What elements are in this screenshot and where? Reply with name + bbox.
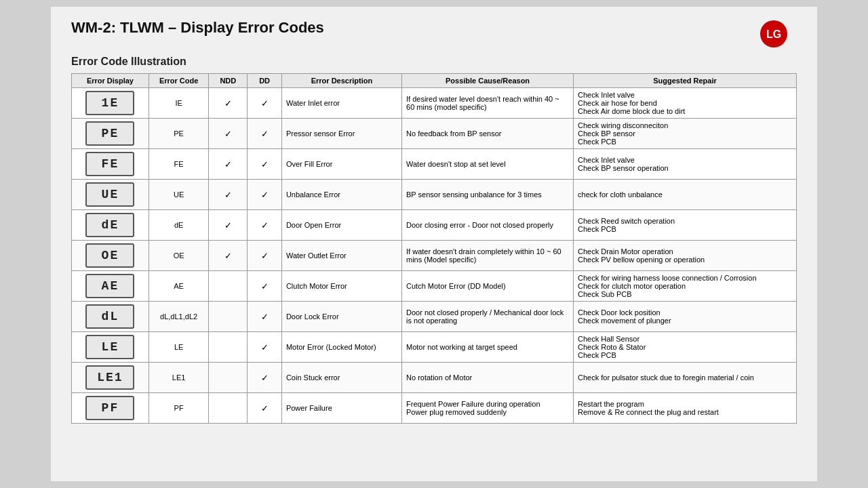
error-display-box: dE <box>85 213 134 237</box>
cell-cause: If water doesn't drain completely within… <box>402 241 574 271</box>
cell-code: PF <box>149 393 209 424</box>
col-header-dd: DD <box>248 74 282 88</box>
cell-description: Power Failure <box>281 393 401 424</box>
cell-dd: ✓ <box>248 149 282 180</box>
cell-ndd: ✓ <box>209 241 248 271</box>
cell-dd: ✓ <box>248 88 282 119</box>
cell-ndd <box>209 363 248 393</box>
table-row: PEPE✓✓Pressor sensor ErrorNo feedback fr… <box>72 119 797 149</box>
cell-repair: Check Inlet valve Check air hose for ben… <box>574 88 797 119</box>
cell-description: Door Open Error <box>281 210 401 241</box>
col-header-repair: Suggested Repair <box>574 74 797 88</box>
cell-code: LE <box>149 332 209 363</box>
cell-code: dE <box>149 210 209 241</box>
cell-description: Pressor sensor Error <box>281 119 401 149</box>
main-page: WM-2: TLWM – Display Error Codes LG Life… <box>51 7 817 481</box>
cell-ndd: ✓ <box>209 119 248 149</box>
cell-display: FE <box>72 149 149 180</box>
cell-display: 1E <box>72 88 149 119</box>
cell-cause: If desired water level doesn't reach wit… <box>402 88 574 119</box>
cell-repair: Check for wiring harness loose connectio… <box>574 271 797 302</box>
cell-display: LE <box>72 332 149 363</box>
cell-cause: No feedback from BP sensor <box>402 119 574 149</box>
cell-display: AE <box>72 271 149 302</box>
table-row: AEAE✓Clutch Motor ErrorCutch Motor Error… <box>72 271 797 302</box>
error-display-box: AE <box>85 274 134 298</box>
cell-description: Over Fill Error <box>281 149 401 180</box>
section-subtitle: Error Code Illustration <box>71 56 797 68</box>
table-row: PFPF✓Power FailureFrequent Power Failure… <box>72 393 797 424</box>
error-display-box: PE <box>85 121 134 146</box>
cell-repair: Check Hall Sensor Check Roto & Stator Ch… <box>574 332 797 363</box>
cell-code: LE1 <box>149 363 209 393</box>
table-row: dEdE✓✓Door Open ErrorDoor closing error … <box>72 210 797 241</box>
col-header-code: Error Code <box>149 74 209 88</box>
cell-code: IE <box>149 88 209 119</box>
col-header-ndd: NDD <box>209 74 248 88</box>
cell-dd: ✓ <box>248 119 282 149</box>
table-row: dLdL,dL1,dL2✓Door Lock ErrorDoor not clo… <box>72 302 797 332</box>
cell-cause: Cutch Motor Error (DD Model) <box>402 271 574 302</box>
cell-display: LE1 <box>72 363 149 393</box>
col-header-display: Error Display <box>72 74 149 88</box>
cell-dd: ✓ <box>248 363 282 393</box>
cell-code: AE <box>149 271 209 302</box>
cell-description: Water Inlet error <box>281 88 401 119</box>
cell-dd: ✓ <box>248 271 282 302</box>
cell-dd: ✓ <box>248 332 282 363</box>
cell-display: UE <box>72 180 149 210</box>
col-header-desc: Error Description <box>281 74 401 88</box>
col-header-cause: Possible Cause/Reason <box>402 74 574 88</box>
cell-repair: Check Inlet valve Check BP sensor operat… <box>574 149 797 180</box>
cell-ndd: ✓ <box>209 88 248 119</box>
cell-description: Motor Error (Locked Motor) <box>281 332 401 363</box>
cell-ndd: ✓ <box>209 149 248 180</box>
cell-repair: check for cloth unbalance <box>574 180 797 210</box>
cell-ndd <box>209 332 248 363</box>
cell-ndd <box>209 271 248 302</box>
cell-description: Water Outlet Error <box>281 241 401 271</box>
cell-dd: ✓ <box>248 241 282 271</box>
error-codes-table: Error Display Error Code NDD DD Error De… <box>71 73 797 424</box>
error-display-box: FE <box>85 152 134 176</box>
cell-display: PF <box>72 393 149 424</box>
cell-dd: ✓ <box>248 393 282 424</box>
cell-ndd <box>209 302 248 332</box>
cell-description: Unbalance Error <box>281 180 401 210</box>
page-title: WM-2: TLWM – Display Error Codes <box>71 19 324 37</box>
table-row: FEFE✓✓Over Fill ErrorWater doesn't stop … <box>72 149 797 180</box>
cell-description: Clutch Motor Error <box>281 271 401 302</box>
table-row: 1EIE✓✓Water Inlet errorIf desired water … <box>72 88 797 119</box>
cell-repair: Check Reed switch operation Check PCB <box>574 210 797 241</box>
error-display-box: LE1 <box>85 365 134 390</box>
cell-ndd: ✓ <box>209 210 248 241</box>
table-row: LE1LE1✓Coin Stuck errorNo rotation of Mo… <box>72 363 797 393</box>
cell-repair: Check wiring disconneciton Check BP sens… <box>574 119 797 149</box>
table-row: LELE✓Motor Error (Locked Motor)Motor not… <box>72 332 797 363</box>
cell-cause: Water doesn't stop at set level <box>402 149 574 180</box>
cell-display: dL <box>72 302 149 332</box>
cell-cause: No rotation of Motor <box>402 363 574 393</box>
cell-ndd <box>209 393 248 424</box>
cell-repair: Check Door lock position Check movement … <box>574 302 797 332</box>
error-display-box: 1E <box>85 91 134 115</box>
cell-code: UE <box>149 180 209 210</box>
table-row: OEOE✓✓Water Outlet ErrorIf water doesn't… <box>72 241 797 271</box>
cell-dd: ✓ <box>248 210 282 241</box>
cell-display: PE <box>72 119 149 149</box>
error-display-box: UE <box>85 182 134 207</box>
cell-repair: Check Drain Motor operation Check PV bel… <box>574 241 797 271</box>
cell-cause: Motor not working at target speed <box>402 332 574 363</box>
table-row: UEUE✓✓Unbalance ErrorBP sensor sensing u… <box>72 180 797 210</box>
cell-dd: ✓ <box>248 302 282 332</box>
error-display-box: dL <box>85 304 134 329</box>
error-display-box: LE <box>85 335 134 359</box>
cell-ndd: ✓ <box>209 180 248 210</box>
cell-code: dL,dL1,dL2 <box>149 302 209 332</box>
cell-display: dE <box>72 210 149 241</box>
cell-cause: Frequent Power Failure during operation … <box>402 393 574 424</box>
error-display-box: OE <box>85 243 134 268</box>
cell-description: Door Lock Error <box>281 302 401 332</box>
cell-dd: ✓ <box>248 180 282 210</box>
cell-display: OE <box>72 241 149 271</box>
